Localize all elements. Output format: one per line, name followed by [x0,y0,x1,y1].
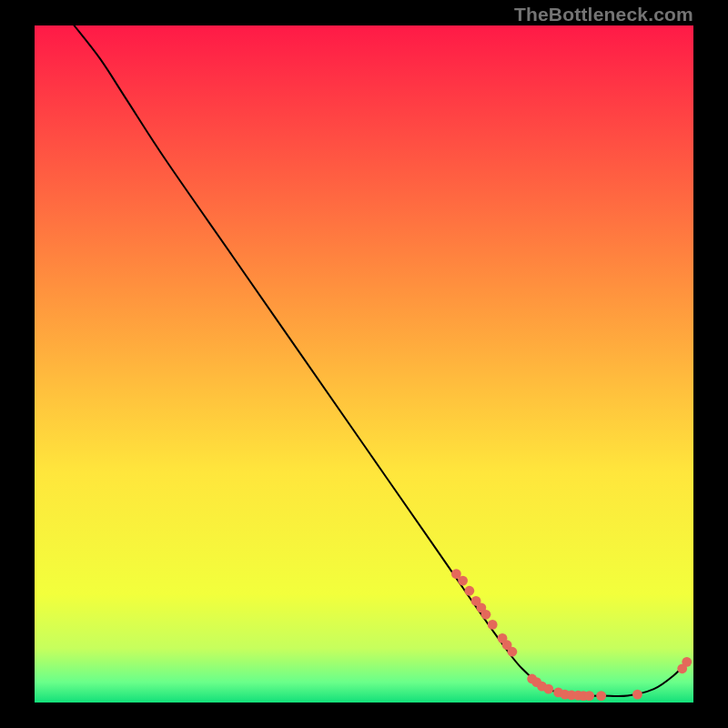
data-layer [35,25,693,703]
data-marker [508,647,518,657]
data-marker [464,586,474,596]
marker-group [451,569,692,701]
bottleneck-curve [74,25,686,696]
data-marker [458,576,468,586]
chart-stage: TheBottleneck.com [0,0,728,728]
data-marker [584,691,594,701]
data-marker [596,691,606,701]
data-marker [488,620,498,630]
data-marker [632,690,642,700]
plot-area [35,25,693,703]
watermark-text: TheBottleneck.com [514,4,693,25]
data-marker [682,657,692,667]
data-marker [543,684,553,694]
data-marker [481,610,491,620]
